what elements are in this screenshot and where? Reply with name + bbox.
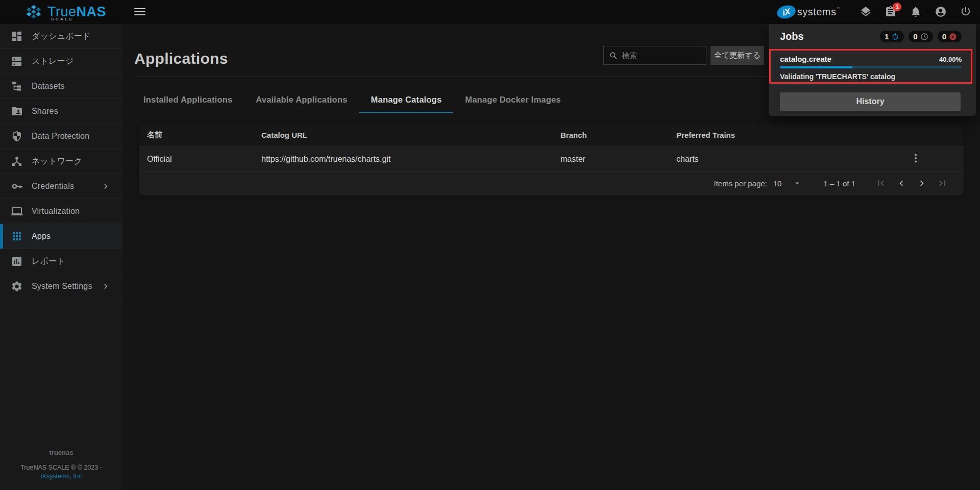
menu-toggle-button[interactable]	[134, 6, 146, 17]
catalogs-table-card: 名前 Catalog URL Branch Preferred Trains O…	[139, 124, 964, 195]
chevron-left-icon	[896, 178, 907, 189]
jobs-count-badge: 1	[893, 3, 901, 11]
ix-mark-icon: iX	[775, 4, 797, 20]
tab-manage-catalogs[interactable]: Manage Catalogs	[359, 86, 454, 113]
page-range-label: 1 – 1 of 1	[823, 179, 855, 188]
account-button[interactable]	[935, 6, 948, 19]
shield-icon	[11, 130, 23, 142]
search-icon	[609, 51, 618, 60]
cell-name: Official	[147, 155, 261, 164]
first-page-icon	[875, 178, 887, 189]
next-page-button[interactable]	[912, 176, 932, 190]
chevron-right-icon	[916, 178, 927, 189]
sidebar-item-virtualization[interactable]: Virtualization	[0, 199, 122, 224]
copyright-label: TrueNAS SCALE ® © 2023 -	[0, 463, 122, 472]
hostname-label: truenas	[0, 449, 122, 456]
refresh-all-button[interactable]: 全て更新する	[710, 46, 764, 65]
gear-icon	[11, 280, 23, 292]
sidebar-item-credentials[interactable]: Credentials	[0, 174, 122, 199]
waiting-jobs-pill[interactable]: 0	[909, 31, 933, 42]
power-button[interactable]	[960, 6, 973, 19]
caret-down-icon	[793, 179, 802, 188]
notifications-button[interactable]	[910, 6, 923, 19]
brand-sub-label: SCALE	[51, 17, 74, 21]
apps-grid-icon	[11, 230, 23, 242]
truecommand-button[interactable]	[860, 6, 873, 19]
history-button[interactable]: History	[780, 92, 961, 111]
layers-icon	[860, 6, 872, 18]
chevron-right-icon	[101, 282, 110, 291]
pagination-controls	[871, 176, 952, 190]
topbar-actions: iX systems™ 1	[777, 0, 973, 24]
jobs-button[interactable]: 1	[885, 6, 898, 19]
dashboard-icon	[11, 30, 23, 42]
sidebar-item-system-settings[interactable]: System Settings	[0, 274, 122, 299]
storage-icon	[11, 55, 23, 67]
sidebar-item-data-protection[interactable]: Data Protection	[0, 124, 122, 149]
sync-icon	[891, 33, 899, 41]
bar-chart-icon	[11, 255, 23, 267]
first-page-button[interactable]	[871, 176, 891, 190]
sidebar-item-storage[interactable]: ストレージ	[0, 49, 122, 74]
ixsystems-logo[interactable]: iX systems™	[777, 6, 841, 18]
search-field[interactable]	[603, 46, 706, 65]
sidebar-item-reports[interactable]: レポート	[0, 249, 122, 274]
truenas-app: TrueNAS SCALE iX systems™ 1	[0, 0, 980, 490]
jobs-panel-header: Jobs 1 0 0	[769, 24, 976, 49]
sidebar: ダッシュボード ストレージ Datasets Shares Data Prote	[0, 24, 122, 490]
items-per-page-select[interactable]: 10	[773, 179, 802, 188]
cell-branch: master	[560, 155, 676, 164]
failed-jobs-pill[interactable]: 0	[938, 31, 962, 42]
truenas-logo[interactable]: TrueNAS SCALE	[23, 0, 106, 24]
job-progress-fill	[780, 66, 852, 68]
power-icon	[960, 6, 972, 18]
search-input[interactable]	[622, 51, 698, 60]
job-progress-bar	[780, 66, 962, 68]
truenas-logo-icon	[23, 5, 44, 20]
last-page-icon	[937, 178, 948, 189]
jobs-counters: 1 0 0	[880, 31, 962, 42]
tab-installed-applications[interactable]: Installed Applications	[132, 86, 244, 113]
column-header-branch: Branch	[560, 131, 676, 139]
datasets-tree-icon	[11, 80, 23, 92]
tab-bar: Installed Applications Available Applica…	[132, 86, 573, 113]
shared-folder-icon	[11, 105, 23, 117]
job-status-text: Validating 'TRUECHARTS' catalog	[780, 72, 962, 81]
job-percent: 40.00%	[939, 56, 962, 63]
chevron-right-icon	[101, 182, 110, 191]
sidebar-footer: truenas TrueNAS SCALE ® © 2023 - iXsyste…	[0, 449, 122, 481]
sidebar-item-apps[interactable]: Apps	[0, 224, 122, 249]
last-page-button[interactable]	[932, 176, 952, 190]
failed-x-icon	[949, 33, 957, 41]
cell-catalog-url: https://github.com/truenas/charts.git	[261, 155, 560, 164]
row-actions-kebab-icon[interactable]	[910, 152, 922, 164]
sidebar-item-datasets[interactable]: Datasets	[0, 74, 122, 99]
key-icon	[11, 180, 23, 192]
ixsystems-link[interactable]: iXsystems, Inc	[0, 472, 122, 481]
bell-icon	[910, 6, 922, 18]
page-title: Applications	[134, 50, 228, 67]
column-header-name: 名前	[147, 130, 261, 140]
paginator: Items per page: 10 1 – 1 of 1	[139, 172, 964, 194]
column-header-catalog-url: Catalog URL	[261, 131, 560, 139]
highlighted-job-item: catalog.create 40.00% Validating 'TRUECH…	[769, 49, 972, 84]
ix-name: systems™	[797, 6, 841, 18]
previous-page-button[interactable]	[891, 176, 912, 190]
sidebar-item-shares[interactable]: Shares	[0, 99, 122, 124]
items-per-page-value: 10	[773, 179, 782, 188]
top-bar: TrueNAS SCALE iX systems™ 1	[0, 0, 980, 24]
column-header-preferred-trains: Preferred Trains	[676, 131, 908, 139]
clock-icon	[920, 33, 928, 41]
sidebar-item-network[interactable]: ネットワーク	[0, 149, 122, 174]
table-header-row: 名前 Catalog URL Branch Preferred Trains	[139, 124, 964, 147]
cell-preferred-trains: charts	[676, 155, 908, 164]
user-icon	[935, 6, 947, 18]
table-row: Official https://github.com/truenas/char…	[139, 147, 964, 172]
tab-available-applications[interactable]: Available Applications	[244, 86, 359, 113]
jobs-panel: Jobs 1 0 0	[769, 24, 976, 116]
tab-manage-docker-images[interactable]: Manage Docker Images	[453, 86, 572, 113]
items-per-page-label: Items per page:	[714, 179, 767, 188]
running-jobs-pill[interactable]: 1	[880, 31, 904, 42]
sidebar-item-dashboard[interactable]: ダッシュボード	[0, 24, 122, 49]
job-name: catalog.create	[780, 55, 939, 63]
